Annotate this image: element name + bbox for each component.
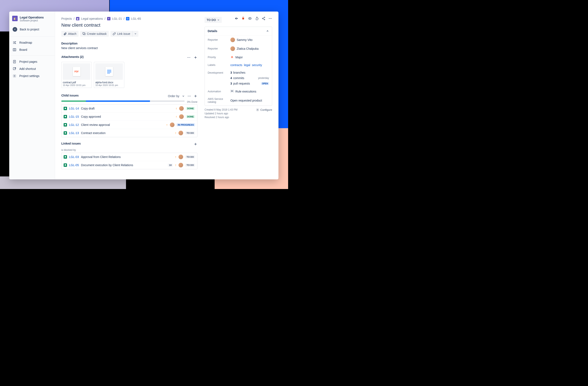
- issue-row[interactable]: LGL-05 Document execution by Client Rela…: [62, 161, 197, 169]
- like-icon[interactable]: [255, 17, 259, 20]
- issue-key[interactable]: LGL-05: [69, 163, 79, 167]
- aws-value[interactable]: Open requested product: [230, 99, 262, 102]
- order-by-label[interactable]: Order by: [168, 94, 179, 98]
- issue-row[interactable]: LGL-13 Contract execution ↑ TO DO: [62, 129, 197, 137]
- back-label: Back to project: [20, 28, 39, 31]
- label-tag[interactable]: contracts: [230, 63, 242, 67]
- status-badge[interactable]: TO DO: [185, 164, 195, 167]
- svg-rect-16: [83, 33, 84, 34]
- assignee-avatar[interactable]: [179, 114, 184, 119]
- issue-key[interactable]: LGL-15: [69, 115, 79, 118]
- assignee-avatar[interactable]: [178, 131, 183, 135]
- issue-row[interactable]: LGL-03 Approval from Client Relations ↑ …: [62, 153, 197, 161]
- back-to-project[interactable]: Back to project: [12, 26, 52, 36]
- create-subtask-button[interactable]: Create subtask: [80, 31, 109, 37]
- status-badge[interactable]: TO DO: [185, 132, 195, 135]
- label-tag[interactable]: legal: [244, 63, 250, 67]
- priority-value[interactable]: Major: [235, 56, 243, 59]
- status-badge[interactable]: DONE: [186, 107, 195, 110]
- reporter-name[interactable]: Sammy Vito: [237, 38, 252, 41]
- development-label: Development: [208, 71, 228, 74]
- issue-key[interactable]: LGL-12: [69, 123, 79, 127]
- chevron-down-icon[interactable]: [182, 95, 185, 97]
- nav-label: Project pages: [19, 60, 37, 63]
- configure-label: Configure: [260, 108, 272, 111]
- subtask-label: Create subtask: [87, 32, 107, 36]
- assignee-avatar[interactable]: [179, 106, 184, 111]
- add-linked-icon[interactable]: [194, 142, 197, 146]
- priority-up-icon: ↑: [175, 155, 176, 159]
- reporter-name[interactable]: Zlatica Chalpuka: [237, 47, 258, 50]
- dev-line[interactable]: 3 pull requestsOPEN: [230, 82, 269, 85]
- link-issue-dropdown[interactable]: [132, 31, 138, 37]
- assignee-avatar[interactable]: [178, 163, 183, 167]
- nav-label: Project settings: [19, 74, 40, 77]
- crumb-story[interactable]: LGL-65: [131, 17, 141, 20]
- sidebar-item-add-shortcut[interactable]: Add shortcut: [12, 65, 52, 72]
- priority-up-icon: ↑: [166, 123, 168, 127]
- attachments-more-icon[interactable]: [187, 56, 191, 59]
- attach-label: Attach: [68, 32, 76, 36]
- sidebar-item-project-pages[interactable]: Project pages: [12, 58, 52, 65]
- issue-summary: Copy approved: [81, 115, 174, 118]
- issue-key[interactable]: LGL-13: [69, 131, 79, 135]
- svg-rect-3: [13, 48, 16, 51]
- status-dropdown[interactable]: TO DO: [205, 17, 222, 23]
- project-type: Software project: [20, 19, 44, 22]
- issue-type-icon: [64, 115, 67, 118]
- chevron-down-icon: [217, 19, 220, 21]
- issue-title[interactable]: New client contract: [61, 22, 197, 28]
- label-tag[interactable]: security: [252, 63, 262, 67]
- details-header[interactable]: Details: [205, 27, 272, 36]
- crumb-epic[interactable]: LGL-21: [112, 17, 122, 20]
- attachment-name: alpha-fund.docx: [95, 81, 123, 84]
- issue-row[interactable]: LGL-12 Client review approval ↑ IN PROGR…: [62, 121, 197, 129]
- svg-point-23: [257, 110, 258, 110]
- issue-key[interactable]: LGL-14: [69, 107, 79, 110]
- attach-icon: [63, 32, 67, 36]
- watch-icon[interactable]: [248, 17, 252, 20]
- feedback-icon[interactable]: [235, 17, 239, 20]
- open-badge: OPEN: [261, 82, 269, 85]
- issue-key[interactable]: LGL-03: [69, 155, 79, 159]
- automation-value[interactable]: Rule executions: [235, 90, 256, 93]
- add-attachment-icon[interactable]: [194, 56, 197, 59]
- sidebar-item-roadmap[interactable]: Roadmap: [12, 39, 52, 46]
- status-badge[interactable]: DONE: [186, 115, 195, 118]
- link-issue-button[interactable]: Link issue: [110, 31, 132, 37]
- attachment-card[interactable]: alpha-fund.docx 10 Apr 2020 10:01 pm: [94, 62, 124, 88]
- assignee-avatar[interactable]: [170, 122, 174, 127]
- issue-row[interactable]: LGL-15 Copy approved ↑ DONE: [62, 113, 197, 121]
- issue-summary: Contract execution: [81, 131, 173, 135]
- issue-row[interactable]: LGL-14 Copy draft ↑ DONE: [62, 104, 197, 113]
- lock-icon[interactable]: [242, 17, 245, 20]
- description-text[interactable]: New client services contract: [61, 46, 197, 50]
- dev-line[interactable]: 4 commitsyesterday: [230, 76, 269, 80]
- sidebar-item-project-settings[interactable]: Project settings: [12, 72, 52, 79]
- attachment-date: 10 Apr 2020 10:01 pm: [63, 84, 90, 86]
- share-icon[interactable]: [262, 17, 265, 20]
- sidebar-item-board[interactable]: Board: [12, 46, 52, 53]
- attachment-card[interactable]: PDF contract.pdf 10 Apr 2020 10:01 pm: [61, 62, 92, 88]
- svg-point-2: [15, 43, 16, 44]
- status-badge[interactable]: TO DO: [185, 155, 195, 158]
- dev-line[interactable]: 3 branches: [230, 71, 269, 74]
- issue-summary: Document execution by Client Relations: [81, 163, 166, 167]
- crumb-project[interactable]: Legal operations: [81, 17, 103, 20]
- attach-button[interactable]: Attach: [61, 31, 79, 37]
- breadcrumb: Projects / ◧ Legal operations / LGL-21 /…: [61, 17, 197, 20]
- svg-point-20: [188, 96, 188, 96]
- svg-point-17: [187, 57, 188, 58]
- story-icon: [126, 17, 129, 20]
- more-icon[interactable]: [268, 17, 272, 20]
- subtask-icon: [82, 32, 86, 36]
- issue-top-actions: [235, 17, 272, 20]
- created-date: Created 8 May 2019 1:43 PM: [205, 108, 237, 111]
- status-badge[interactable]: IN PROGRESS: [177, 123, 195, 126]
- crumb-projects[interactable]: Projects: [61, 17, 72, 20]
- assignee-avatar[interactable]: [178, 154, 183, 159]
- configure-button[interactable]: Configure: [256, 108, 272, 111]
- labels-list[interactable]: contractslegalsecurity: [230, 63, 269, 67]
- add-child-icon[interactable]: [194, 94, 197, 98]
- child-more-icon[interactable]: [187, 94, 191, 98]
